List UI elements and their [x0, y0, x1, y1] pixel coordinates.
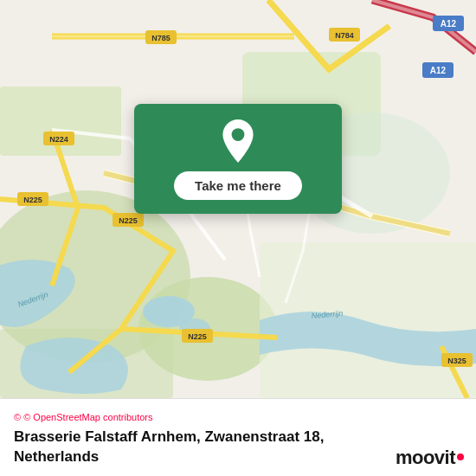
svg-text:N225: N225 [188, 332, 207, 341]
svg-text:A12: A12 [441, 19, 457, 29]
svg-text:N784: N784 [335, 31, 354, 40]
bottom-bar: © © OpenStreetMap contributors Brasserie… [0, 398, 476, 476]
moovit-text: moovit [396, 447, 455, 469]
osm-credit: © © OpenStreetMap contributors [14, 412, 462, 422]
location-popup: Take me there [134, 104, 342, 214]
map-view: A12 A12 N785 N784 N224 N225 N225 N225 Ne… [0, 0, 476, 398]
moovit-logo: moovit [396, 447, 464, 469]
svg-text:A12: A12 [430, 66, 447, 75]
osm-credit-text: © OpenStreetMap contributors [23, 412, 152, 422]
svg-point-30 [232, 128, 245, 141]
svg-text:N785: N785 [151, 34, 170, 42]
take-me-there-button[interactable]: Take me there [174, 171, 302, 200]
svg-text:N325: N325 [447, 357, 466, 365]
location-pin-icon [220, 119, 256, 163]
svg-text:N225: N225 [23, 196, 42, 204]
svg-text:N224: N224 [49, 135, 68, 144]
location-country: Netherlands [14, 448, 99, 465]
moovit-dot [457, 453, 464, 460]
copyright-symbol: © [14, 412, 21, 422]
svg-text:N225: N225 [119, 216, 138, 225]
location-name-line1: Brasserie Falstaff Arnhem, Zwanenstraat … [14, 428, 324, 445]
